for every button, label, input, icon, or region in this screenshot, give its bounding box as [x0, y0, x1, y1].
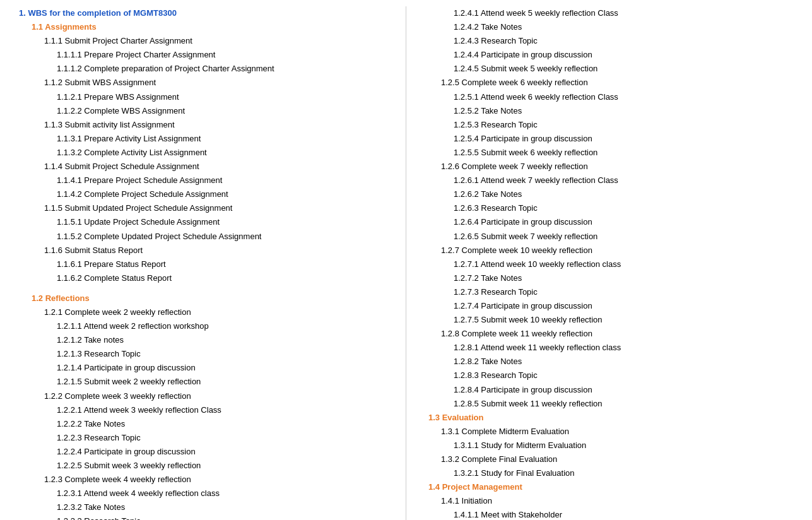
- list-item: 1.2.1.5 Submit week 2 weekly reflection: [19, 375, 396, 389]
- list-item: 1.4 Project Management: [416, 480, 793, 494]
- list-item: 1.2.6.5 Submit week 7 weekly reflection: [416, 230, 793, 244]
- list-item: 1.2.1.2 Take notes: [19, 333, 396, 347]
- main-container: 1. WBS for the completion of MGMT83001.1…: [0, 0, 812, 520]
- left-column: 1. WBS for the completion of MGMT83001.1…: [13, 6, 403, 520]
- list-item: 1.2.4.5 Submit week 5 weekly reflection: [416, 62, 793, 76]
- list-item: 1.1.6.2 Complete Status Report: [19, 271, 396, 285]
- right-column: 1.2.4.1 Attend week 5 weekly reflection …: [409, 6, 799, 520]
- list-item: 1.2.8.5 Submit week 11 weekly reflection: [416, 397, 793, 411]
- list-item: 1.1.1.1 Prepare Project Charter Assignme…: [19, 48, 396, 62]
- column-divider: [406, 6, 406, 520]
- list-item: 1.1.3 Submit activity list Assignment: [19, 118, 396, 132]
- list-item: 1.2 Reflections: [19, 292, 396, 305]
- list-item: 1.2.7 Complete week 10 weekly reflection: [416, 244, 793, 257]
- list-item: 1.2.3.2 Take Notes: [19, 500, 396, 514]
- list-item: 1.1.5.2 Complete Updated Project Schedul…: [19, 230, 396, 244]
- list-item: 1.1.3.2 Complete Activity List Assignmen…: [19, 146, 396, 160]
- list-item: 1.2.6.2 Take Notes: [416, 187, 793, 201]
- list-item: 1.1.2 Submit WBS Assignment: [19, 76, 396, 90]
- list-item: 1.1 Assignments: [19, 20, 396, 34]
- list-item: 1.2.5.3 Research Topic: [416, 118, 793, 132]
- list-item: 1.2.6.1 Attend week 7 weekly reflection …: [416, 174, 793, 187]
- list-item: 1.2.5.2 Take Notes: [416, 104, 793, 118]
- list-item: 1.1.5 Submit Updated Project Schedule As…: [19, 201, 396, 215]
- list-item: 1.3 Evaluation: [416, 411, 793, 425]
- list-item: 1.2.7.1 Attend week 10 weekly reflection…: [416, 257, 793, 271]
- list-item: 1.1.6.1 Prepare Status Report: [19, 257, 396, 271]
- list-item: 1.2.1 Complete week 2 weekly reflection: [19, 305, 396, 319]
- list-item: 1.2.5 Complete week 6 weekly reflection: [416, 76, 793, 90]
- list-item: 1.1.4 Submit Project Schedule Assignment: [19, 160, 396, 174]
- list-item: 1.2.8.4 Participate in group discussion: [416, 383, 793, 397]
- list-item: 1.2.1.1 Attend week 2 reflection worksho…: [19, 319, 396, 333]
- list-item: 1.2.7.3 Research Topic: [416, 285, 793, 299]
- list-item: 1.2.7.2 Take Notes: [416, 271, 793, 285]
- list-item: 1.2.2.4 Participate in group discussion: [19, 445, 396, 459]
- list-item: 1.2.4.3 Research Topic: [416, 34, 793, 48]
- list-item: 1.2.6.4 Participate in group discussion: [416, 215, 793, 229]
- list-item: 1.2.1.3 Research Topic: [19, 347, 396, 361]
- list-item: 1.2.2 Complete week 3 weekly reflection: [19, 389, 396, 403]
- list-item: 1.2.8.2 Take Notes: [416, 355, 793, 369]
- list-item: 1.1.1.2 Complete preparation of Project …: [19, 62, 396, 76]
- list-item: 1.2.5.1 Attend week 6 weekly reflection …: [416, 90, 793, 104]
- list-item: 1.2.1.4 Participate in group discussion: [19, 361, 396, 375]
- list-item: 1.3.2.1 Study for Final Evaluation: [416, 466, 793, 480]
- list-item: 1.1.1 Submit Project Charter Assignment: [19, 34, 396, 48]
- list-item: 1.2.4.2 Take Notes: [416, 20, 793, 34]
- list-item: 1.2.2.1 Attend week 3 weekly reflection …: [19, 403, 396, 417]
- list-item: 1.2.4.1 Attend week 5 weekly reflection …: [416, 6, 793, 20]
- list-item: 1.3.2 Complete Final Evaluation: [416, 452, 793, 466]
- list-item: 1.2.5.5 Submit week 6 weekly reflection: [416, 146, 793, 160]
- list-item: 1. WBS for the completion of MGMT8300: [19, 6, 396, 20]
- list-item: 1.1.4.1 Prepare Project Schedule Assignm…: [19, 174, 396, 187]
- list-item: 1.2.2.3 Research Topic: [19, 431, 396, 445]
- list-item: 1.1.2.1 Prepare WBS Assignment: [19, 90, 396, 104]
- list-item: 1.2.6.3 Research Topic: [416, 201, 793, 215]
- list-item: 1.1.2.2 Complete WBS Assignment: [19, 104, 396, 118]
- list-item: 1.2.3.1 Attend week 4 weekly reflection …: [19, 487, 396, 500]
- list-item: 1.3.1.1 Study for Midterm Evaluation: [416, 439, 793, 452]
- list-item: 1.2.6 Complete week 7 weekly reflection: [416, 160, 793, 174]
- list-item: 1.1.4.2 Complete Project Schedule Assign…: [19, 187, 396, 201]
- list-item: 1.2.4.4 Participate in group discussion: [416, 48, 793, 62]
- list-item: 1.2.3.3 Research Topic: [19, 514, 396, 520]
- list-item: 1.2.8.3 Research Topic: [416, 369, 793, 382]
- list-item: 1.1.6 Submit Status Report: [19, 244, 396, 257]
- list-item: 1.2.7.4 Participate in group discussion: [416, 299, 793, 313]
- list-item: 1.2.2.2 Take Notes: [19, 417, 396, 431]
- list-item: 1.1.5.1 Update Project Schedule Assignme…: [19, 215, 396, 229]
- list-item: 1.2.2.5 Submit week 3 weekly reflection: [19, 459, 396, 473]
- list-item: 1.3.1 Complete Midterm Evaluation: [416, 425, 793, 439]
- list-item: 1.4.1 Initiation: [416, 494, 793, 508]
- list-item: 1.2.7.5 Submit week 10 weekly reflection: [416, 313, 793, 327]
- list-item: 1.2.5.4 Participate in group discussion: [416, 132, 793, 146]
- list-item: 1.4.1.1 Meet with Stakeholder: [416, 508, 793, 520]
- list-item: 1.2.8 Complete week 11 weekly reflection: [416, 327, 793, 341]
- list-item: 1.2.8.1 Attend week 11 weekly reflection…: [416, 341, 793, 355]
- list-item: 1.2.3 Complete week 4 weekly reflection: [19, 473, 396, 487]
- list-item: 1.1.3.1 Prepare Activity List Assignment: [19, 132, 396, 146]
